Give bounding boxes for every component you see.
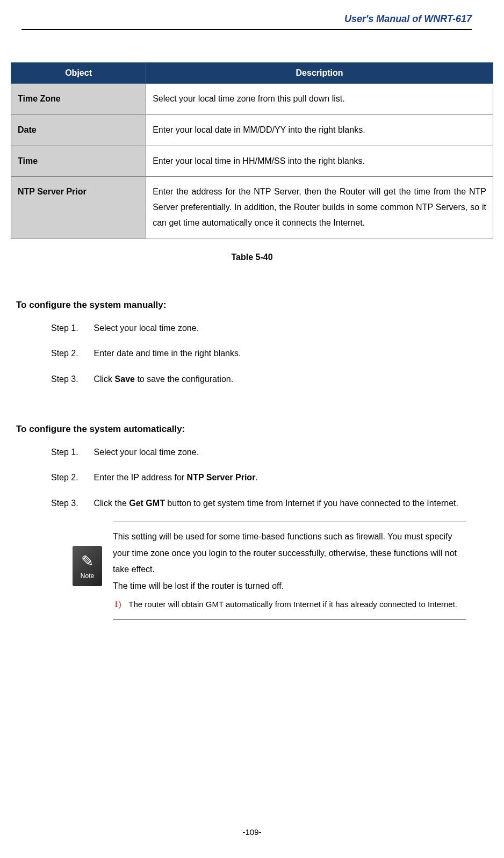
steps-manual: Step 1. Select your local time zone. Ste… [51, 321, 483, 386]
note-content: This setting will be used for some time-… [113, 522, 466, 619]
step-text-bold: NTP Server Prior [187, 473, 256, 482]
note-icon-label: Note [81, 572, 94, 580]
steps-automatic: Step 1. Select your local time zone. Ste… [51, 445, 483, 510]
step-text-post: to save the configuration. [135, 374, 233, 384]
step-label: Step 2. [51, 471, 91, 485]
note-paragraph: This setting will be used for some time-… [113, 529, 466, 578]
object-description-table: Object Description Time Zone Select your… [11, 62, 493, 239]
step-label: Step 2. [51, 347, 91, 360]
page-number: -109- [242, 827, 261, 837]
object-cell: Time Zone [11, 84, 146, 115]
description-cell: Select your local time zone from this pu… [146, 84, 493, 115]
note-list-item: 1) The router will obtain GMT automatica… [113, 596, 466, 612]
note-icon: ✎ Note [73, 546, 102, 586]
object-cell: NTP Server Prior [11, 177, 146, 239]
header-divider [21, 29, 472, 30]
object-cell: Time [11, 146, 146, 177]
object-cell: Date [11, 114, 146, 146]
step-text-post: . [255, 473, 257, 482]
section-heading-manual: To configure the system manually: [16, 300, 483, 311]
note-item-text: The router will obtain GMT automatically… [128, 597, 466, 611]
step-label: Step 3. [51, 372, 91, 386]
pencil-icon: ✎ [81, 552, 93, 570]
step-text-pre: Click the [93, 499, 129, 508]
table-caption: Table 5-40 [11, 253, 493, 262]
step-text: Select your local time zone. [93, 323, 199, 333]
note-block: ✎ Note This setting will be used for som… [73, 522, 466, 619]
table-header-object: Object [11, 63, 146, 84]
manual-title: User's Manual of WNRT-617 [21, 13, 472, 25]
step-text: Enter date and time in the right blanks. [93, 349, 241, 358]
page-header: User's Manual of WNRT-617 [21, 0, 483, 30]
table-row: Date Enter your local date in MM/DD/YY i… [11, 114, 493, 146]
table-row: NTP Server Prior Enter the address for t… [11, 177, 493, 239]
step-text-bold: Save [115, 374, 135, 384]
step-text: Select your local time zone. [93, 448, 199, 457]
table-row: Time Zone Select your local time zone fr… [11, 84, 493, 115]
page-footer: -109- [0, 827, 504, 837]
step-item: Step 1. Select your local time zone. [51, 321, 483, 335]
step-item: Step 3. Click the Get GMT button to get … [51, 496, 483, 510]
step-item: Step 1. Select your local time zone. [51, 445, 483, 459]
table-row: Time Enter your local time in HH/MM/SS i… [11, 146, 493, 177]
step-text-bold: Get GMT [129, 499, 165, 508]
table-header-description: Description [146, 63, 493, 84]
section-heading-automatic: To configure the system automatically: [16, 424, 483, 435]
step-text-pre: Click [93, 374, 114, 384]
step-label: Step 1. [51, 445, 91, 459]
step-item: Step 2. Enter the IP address for NTP Ser… [51, 471, 483, 485]
step-label: Step 1. [51, 321, 91, 335]
note-icon-container: ✎ Note [73, 546, 105, 619]
description-cell: Enter your local time in HH/MM/SS into t… [146, 146, 493, 177]
note-item-number: 1) [114, 596, 121, 612]
description-cell: Enter your local date in MM/DD/YY into t… [146, 114, 493, 146]
step-label: Step 3. [51, 496, 91, 510]
step-text-pre: Enter the IP address for [93, 473, 186, 482]
step-item: Step 3. Click Save to save the configura… [51, 372, 483, 386]
description-cell: Enter the address for the NTP Server, th… [146, 177, 493, 239]
description-table-container: Object Description Time Zone Select your… [11, 62, 493, 262]
note-paragraph: The time will be lost if the router is t… [113, 578, 466, 594]
step-item: Step 2. Enter date and time in the right… [51, 347, 483, 360]
step-text-post: button to get system time from Internet … [165, 499, 458, 508]
